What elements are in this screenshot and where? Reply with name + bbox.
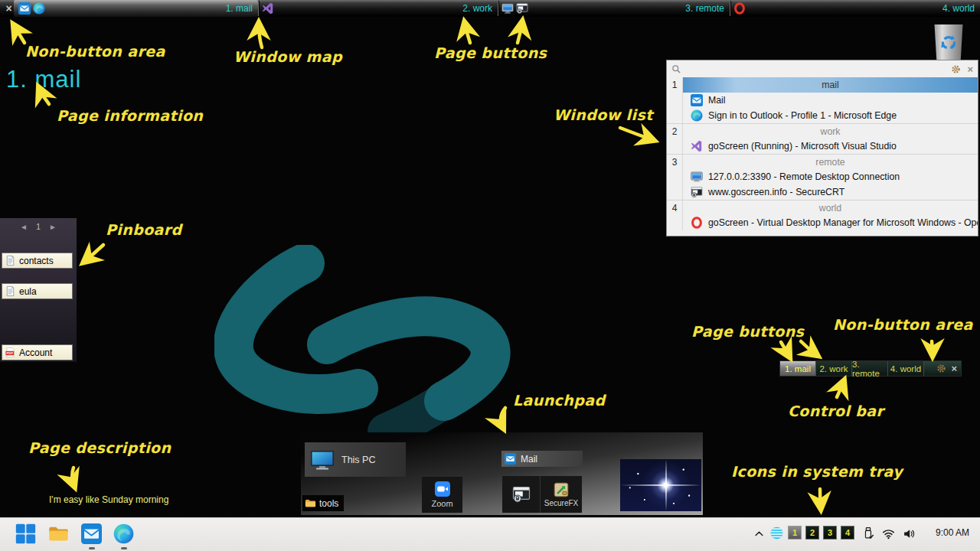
window-list-toolbar: × bbox=[667, 60, 978, 77]
night-sky-image[interactable] bbox=[620, 459, 701, 511]
mail-icon[interactable] bbox=[81, 523, 102, 544]
running-indicator bbox=[89, 547, 95, 549]
annotation-non-button-area-bottom: Non-button area bbox=[833, 316, 973, 333]
annotation-page-description: Page description bbox=[28, 439, 171, 456]
window-map-close-icon[interactable]: × bbox=[3, 1, 15, 16]
pinboard-item-account[interactable]: Account bbox=[2, 344, 73, 360]
page-button-work[interactable]: 2. work bbox=[816, 361, 852, 376]
window-title: www.goscreen.info - SecureCRT bbox=[708, 187, 844, 197]
page-button-world[interactable]: 4. world bbox=[888, 361, 924, 376]
group-name: remote bbox=[815, 157, 844, 168]
taskbar-clock[interactable]: 9:00 AM bbox=[931, 527, 974, 538]
securecrt-icon bbox=[691, 186, 703, 198]
page-button-mail[interactable]: 1. mail bbox=[14, 0, 258, 17]
window-row[interactable]: www.goscreen.info - SecureCRT bbox=[667, 184, 978, 200]
annotation-icons-in-system-tray: Icons in system tray bbox=[731, 463, 903, 480]
launchpad-tile-zoom[interactable]: Zoom bbox=[422, 477, 462, 513]
page-button-remote[interactable]: 3. remote bbox=[852, 361, 888, 376]
pinboard-item-eula[interactable]: eula bbox=[2, 283, 73, 299]
group-name: work bbox=[821, 126, 841, 137]
launchpad-tile-securefx[interactable]: SecureFX bbox=[541, 476, 582, 513]
gear-icon[interactable] bbox=[951, 64, 961, 74]
mail-icon[interactable] bbox=[18, 2, 31, 15]
goscreen-tray-icon[interactable] bbox=[770, 527, 783, 540]
close-icon[interactable]: × bbox=[951, 363, 957, 374]
annotation-non-button-area-top: Non-button area bbox=[25, 43, 165, 60]
page-label: 4. world bbox=[942, 3, 980, 14]
window-title: Mail bbox=[708, 95, 726, 106]
launchpad-tile-tools[interactable]: tools bbox=[302, 495, 344, 511]
tray-page-button-2[interactable]: 2 bbox=[805, 526, 819, 540]
launchpad-tile-securecrt[interactable] bbox=[502, 476, 541, 513]
pinboard-item-contacts[interactable]: contacts bbox=[2, 253, 73, 269]
window-row[interactable]: goScreen (Running) - Microsoft Visual St… bbox=[667, 139, 978, 154]
securefx-icon bbox=[554, 482, 569, 497]
group-header-mail[interactable]: 1 mail bbox=[667, 77, 978, 93]
group-header-work[interactable]: 2 work bbox=[667, 123, 978, 139]
zoom-icon bbox=[435, 481, 450, 497]
edge-icon[interactable] bbox=[33, 2, 45, 15]
running-indicator bbox=[121, 547, 127, 549]
page-button-world[interactable]: 4. world bbox=[730, 0, 980, 17]
start-button-icon[interactable] bbox=[15, 523, 36, 544]
tray-page-button-3[interactable]: 3 bbox=[823, 526, 837, 540]
opera-icon bbox=[691, 217, 703, 229]
tray-chevron-up-icon[interactable] bbox=[753, 528, 765, 540]
launchpad-tile-mail[interactable]: Mail bbox=[501, 451, 583, 467]
pinboard-next-icon[interactable]: ► bbox=[49, 223, 57, 231]
annotation-page-buttons-top: Page buttons bbox=[434, 44, 547, 61]
window-title: Sign in to Outlook - Profile 1 - Microso… bbox=[708, 110, 897, 121]
control-bar-non-button-area: × bbox=[924, 361, 961, 376]
group-name: mail bbox=[822, 80, 839, 90]
group-number: 2 bbox=[667, 124, 683, 139]
tile-label: Zoom bbox=[431, 499, 452, 508]
pinboard-prev-icon[interactable]: ◄ bbox=[20, 223, 28, 231]
window-row[interactable]: Mail bbox=[667, 93, 978, 108]
search-icon[interactable] bbox=[671, 64, 681, 74]
pdf-icon bbox=[5, 347, 16, 358]
pinboard-item-label: contacts bbox=[19, 256, 54, 266]
window-row[interactable]: 127.0.0.2:3390 - Remote Desktop Connecti… bbox=[667, 169, 978, 184]
window-row[interactable]: goScreen - Virtual Desktop Manager for M… bbox=[667, 215, 978, 230]
mail-icon bbox=[505, 453, 516, 465]
annotation-window-map: Window map bbox=[234, 48, 342, 65]
wifi-icon[interactable] bbox=[882, 527, 895, 540]
goscreen-logo-wallpaper bbox=[214, 245, 517, 450]
securecrt-icon[interactable] bbox=[516, 2, 528, 15]
edge-icon[interactable] bbox=[113, 523, 134, 544]
window-row[interactable]: Sign in to Outlook - Profile 1 - Microso… bbox=[667, 108, 978, 123]
opera-icon[interactable] bbox=[733, 2, 746, 15]
window-map: × 1. mail 2. work 3. remote 4. world bbox=[0, 0, 980, 17]
launchpad-tile-this-pc[interactable]: This PC bbox=[305, 442, 406, 477]
folder-icon bbox=[305, 497, 316, 509]
file-explorer-icon[interactable] bbox=[48, 523, 69, 544]
recycle-bin[interactable] bbox=[933, 24, 965, 63]
annotation-control-bar: Control bar bbox=[788, 403, 884, 419]
mail-icon bbox=[691, 94, 703, 106]
page-label: 2. work bbox=[462, 3, 498, 14]
tray-page-button-1[interactable]: 1 bbox=[788, 526, 802, 540]
annotation-pinboard: Pinboard bbox=[106, 221, 182, 238]
desktop: PDF bbox=[0, 0, 980, 551]
group-number: 1 bbox=[667, 77, 683, 93]
close-icon[interactable]: × bbox=[967, 64, 973, 75]
page-button-mail[interactable]: 1. mail bbox=[780, 361, 816, 376]
page-button-remote[interactable]: 3. remote bbox=[498, 0, 730, 17]
group-header-remote[interactable]: 3 remote bbox=[667, 154, 978, 169]
edge-icon bbox=[691, 109, 703, 122]
gear-icon[interactable] bbox=[936, 364, 946, 373]
pinboard-item-label: eula bbox=[19, 286, 37, 297]
group-header-world[interactable]: 4 world bbox=[667, 200, 978, 215]
annotation-page-buttons-bottom: Page buttons bbox=[691, 323, 804, 340]
securecrt-icon bbox=[512, 485, 531, 504]
usb-eject-icon[interactable] bbox=[862, 527, 875, 540]
speaker-icon[interactable] bbox=[903, 527, 916, 540]
page-button-work[interactable]: 2. work bbox=[259, 0, 498, 17]
visual-studio-icon[interactable] bbox=[262, 2, 274, 15]
tile-label: Mail bbox=[521, 454, 537, 465]
tray-page-button-4[interactable]: 4 bbox=[841, 526, 854, 540]
page-information: 1. mail bbox=[6, 66, 81, 93]
control-bar: 1. mail 2. work 3. remote 4. world × bbox=[779, 360, 962, 377]
launchpad: This PC Mail tools Zoom SecureFX bbox=[301, 432, 703, 515]
remote-desktop-icon[interactable] bbox=[501, 2, 514, 15]
